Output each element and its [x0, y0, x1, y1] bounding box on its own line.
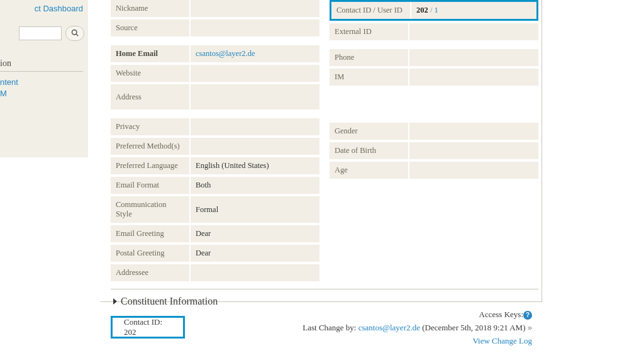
- sidebar-section-title: ion: [0, 59, 83, 72]
- last-change-row: Last Change by: csantos@layer2.de (Decem…: [303, 322, 532, 335]
- label-postal-greeting: Postal Greeting: [111, 245, 189, 262]
- label-im: IM: [330, 69, 408, 86]
- access-keys-label: Access Keys:: [479, 310, 523, 319]
- contact-summary-panel: Nickname Source Home Email csantos@layer…: [111, 0, 538, 311]
- value-im: [408, 69, 538, 86]
- field-age: Age: [330, 162, 538, 179]
- label-preferred-language: Preferred Language: [111, 157, 189, 174]
- field-privacy: Privacy: [111, 118, 319, 135]
- svg-point-0: [72, 30, 77, 35]
- search-area: [0, 20, 88, 52]
- label-preferred-methods: Preferred Method(s): [111, 138, 189, 155]
- sidebar: ct Dashboard ion ntent M: [0, 0, 88, 157]
- field-postal-greeting: Postal Greeting Dear: [111, 245, 319, 262]
- label-website: Website: [111, 65, 189, 82]
- field-website: Website: [111, 65, 319, 82]
- label-age: Age: [330, 162, 408, 179]
- field-contact-id: Contact ID / User ID 202 / 1: [330, 0, 538, 21]
- contact-id-value: 202: [416, 6, 428, 15]
- value-email-greeting: Dear: [189, 225, 319, 242]
- field-im: IM: [330, 69, 538, 86]
- field-external-id: External ID: [330, 23, 538, 40]
- field-nickname: Nickname: [111, 0, 319, 17]
- label-home-email: Home Email: [111, 45, 189, 62]
- sidebar-section: ion ntent M: [0, 52, 88, 109]
- value-source: [189, 20, 319, 36]
- constituent-heading: Constituent Information: [121, 296, 218, 307]
- label-gender: Gender: [330, 123, 408, 140]
- field-gender: Gender: [330, 123, 538, 140]
- field-home-email: Home Email csantos@layer2.de: [111, 45, 319, 62]
- value-communication-style: Formal: [189, 196, 319, 223]
- view-change-log-link[interactable]: View Change Log: [303, 335, 532, 348]
- last-change-user-link[interactable]: csantos@layer2.de: [358, 323, 420, 332]
- left-column: Nickname Source Home Email csantos@layer…: [111, 0, 319, 284]
- label-dob: Date of Birth: [330, 142, 408, 159]
- dashboard-link[interactable]: ct Dashboard: [35, 4, 83, 13]
- value-nickname: [189, 0, 319, 17]
- raquo-icon: »: [528, 323, 532, 332]
- value-address: [189, 84, 319, 109]
- label-addressee: Addressee: [111, 264, 189, 281]
- field-address: Address: [111, 84, 319, 109]
- last-change-date: (December 5th, 2018 9:21 AM): [420, 323, 528, 332]
- svg-line-1: [76, 34, 78, 36]
- label-communication-style: Communication Style: [111, 196, 189, 223]
- value-preferred-methods: [189, 138, 319, 155]
- value-home-email: csantos@layer2.de: [189, 45, 319, 62]
- home-email-link[interactable]: csantos@layer2.de: [196, 49, 255, 59]
- help-icon[interactable]: ?: [523, 311, 532, 320]
- search-icon: [71, 29, 79, 38]
- label-contact-id: Contact ID / User ID: [331, 2, 410, 19]
- label-email-format: Email Format: [111, 177, 189, 194]
- constituent-section-header[interactable]: Constituent Information: [111, 289, 538, 311]
- last-change-prefix: Last Change by:: [303, 323, 358, 332]
- field-addressee: Addressee: [111, 264, 319, 281]
- label-address: Address: [111, 84, 189, 109]
- field-dob: Date of Birth: [330, 142, 538, 159]
- field-phone: Phone: [330, 49, 538, 66]
- value-preferred-language: English (United States): [189, 157, 319, 174]
- search-button[interactable]: [65, 26, 84, 41]
- label-source: Source: [111, 20, 189, 36]
- value-dob: [408, 142, 538, 159]
- value-postal-greeting: Dear: [189, 245, 319, 262]
- field-preferred-language: Preferred Language English (United State…: [111, 157, 319, 174]
- field-communication-style: Communication Style Formal: [111, 196, 319, 223]
- sidebar-link-m[interactable]: M: [0, 88, 83, 99]
- contact-id-text: Contact ID: 202: [124, 317, 172, 337]
- user-id-link[interactable]: 1: [434, 6, 438, 15]
- value-addressee: [189, 264, 319, 281]
- sidebar-link-content[interactable]: ntent: [0, 77, 83, 88]
- label-nickname: Nickname: [111, 0, 189, 17]
- value-phone: [408, 49, 538, 66]
- access-keys-row: Access Keys:?: [303, 308, 532, 322]
- field-source: Source: [111, 20, 319, 36]
- value-external-id: [408, 23, 538, 40]
- label-privacy: Privacy: [111, 118, 189, 135]
- field-preferred-methods: Preferred Method(s): [111, 138, 319, 155]
- search-input[interactable]: [19, 26, 62, 40]
- footer-right: Access Keys:? Last Change by: csantos@la…: [303, 308, 532, 347]
- label-external-id: External ID: [330, 23, 408, 40]
- contact-id-box: Contact ID: 202: [111, 316, 185, 339]
- field-email-greeting: Email Greeting Dear: [111, 225, 319, 242]
- label-email-greeting: Email Greeting: [111, 225, 189, 242]
- value-email-format: Both: [189, 177, 319, 194]
- caret-right-icon: [113, 298, 117, 305]
- right-column: Contact ID / User ID 202 / 1 External ID…: [330, 0, 538, 284]
- label-phone: Phone: [330, 49, 408, 66]
- field-email-format: Email Format Both: [111, 177, 319, 194]
- value-contact-id: 202 / 1: [410, 2, 536, 19]
- value-website: [189, 65, 319, 82]
- value-age: [408, 162, 538, 179]
- value-privacy: [189, 118, 319, 135]
- value-gender: [408, 123, 538, 140]
